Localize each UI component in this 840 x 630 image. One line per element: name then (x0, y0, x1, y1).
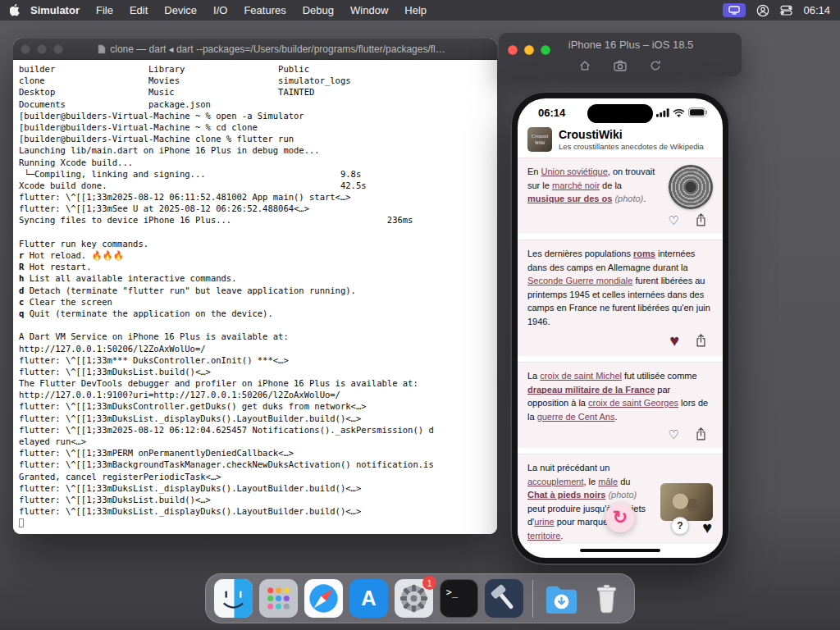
terminal-title: clone — dart ◂ dart --packages=/Users/bu… (62, 43, 481, 55)
terminal-cursor (19, 518, 24, 527)
terminal-line: R Hot restart. (19, 261, 497, 272)
anecdote-image-xray-record[interactable] (669, 165, 713, 209)
wiki-link[interactable]: urine (534, 517, 554, 527)
terminal-line: The Flutter DevTools debugger and profil… (19, 377, 497, 389)
terminal-line: flutter: \^[[1;33mDuksList._displayDuks(… (19, 413, 497, 424)
dock-xcode-icon[interactable] (485, 579, 523, 618)
user-account-icon[interactable] (756, 4, 769, 17)
menu-item-help[interactable]: Help (396, 4, 435, 16)
terminal-line: flutter: \^[[1;33m2025-08-12 06:11:52.48… (19, 191, 497, 203)
dock-launchpad-icon[interactable] (259, 579, 298, 618)
wiki-link[interactable]: Seconde Guerre mondiale (527, 276, 632, 285)
wiki-link[interactable]: marché noir (552, 180, 600, 190)
anecdote-text: La nuit précédant un accouplement, le mâ… (527, 461, 652, 542)
wiki-link[interactable]: mâle (598, 477, 618, 486)
dock-downloads-icon[interactable] (542, 579, 581, 618)
svg-text:A: A (361, 587, 376, 609)
simulator-titlebar[interactable]: iPhone 16 Plus – iOS 18.5 (499, 33, 742, 76)
terminal-line: [builder@builders-Virtual-Machine ~ % op… (19, 110, 497, 121)
terminal-line: Launching lib/main.dart on iPhone 16 Plu… (19, 144, 497, 156)
heart-outline-icon[interactable]: ♡ (669, 214, 679, 226)
heart-filled-icon[interactable]: ♥ (669, 332, 679, 349)
menu-item-simulator[interactable]: Simulator (22, 4, 88, 16)
refresh-button[interactable]: ↻ (605, 503, 635, 532)
menu-bar-clock[interactable]: 06:14 (803, 4, 830, 16)
zoom-button[interactable] (53, 44, 63, 54)
share-button[interactable] (696, 427, 706, 441)
terminal-line: builder Library Public (19, 63, 497, 75)
simulator-toolbar (499, 60, 742, 71)
menu-item-debug[interactable]: Debug (294, 4, 342, 16)
rotate-icon[interactable] (650, 60, 661, 71)
screenshot-icon[interactable] (614, 60, 627, 71)
menu-item-device[interactable]: Device (156, 4, 205, 16)
menu-bar-status-items: 06:14 (723, 3, 830, 17)
desktop: SimulatorFileEditDeviceI/OFeaturesDebugW… (0, 0, 840, 630)
text-segment: (photo) (608, 490, 637, 500)
cellular-signal-icon (656, 108, 669, 117)
window-controls (21, 44, 63, 54)
terminal-output[interactable]: builder Library Publicclone Movies simul… (13, 60, 497, 534)
share-button[interactable] (696, 213, 706, 226)
dock-divider (532, 580, 533, 618)
wiki-link[interactable]: drapeau militaire de la France (527, 385, 655, 395)
anecdote-card: La croix de saint Michel fut utilisée co… (518, 362, 723, 448)
terminal-line: h List all available interactive command… (19, 272, 497, 284)
wiki-link[interactable]: Chat à pieds noirs (527, 490, 605, 500)
terminal-line: Running Xcode build... (19, 157, 497, 168)
wiki-link[interactable]: accouplement (527, 477, 584, 486)
share-button[interactable] (696, 334, 706, 347)
wiki-link[interactable]: croix de saint Georges (588, 398, 678, 408)
close-button[interactable] (508, 45, 518, 55)
menu-item-features[interactable]: Features (235, 4, 294, 16)
dock-finder-icon[interactable] (214, 579, 253, 618)
terminal-line: flutter: \^[[1;33mDuksList._displayDuks(… (19, 482, 497, 494)
dock-settings-icon[interactable]: 1 (395, 579, 433, 618)
control-center-icon[interactable] (780, 4, 792, 16)
dock-safari-icon[interactable] (304, 579, 343, 618)
wiki-link[interactable]: Union soviétique (541, 167, 608, 176)
terminal-titlebar[interactable]: clone — dart ◂ dart --packages=/Users/bu… (13, 39, 497, 60)
close-button[interactable] (21, 44, 30, 54)
wiki-link[interactable]: guerre de Cent Ans (537, 412, 615, 422)
dock-app-store-icon[interactable]: A (349, 579, 388, 618)
terminal-line: clone Movies simulator_logs (19, 75, 497, 86)
home-icon[interactable] (579, 60, 591, 71)
wiki-link[interactable]: musique sur des os (527, 194, 612, 203)
minimize-button[interactable] (37, 44, 47, 54)
terminal-line: http://127.0.0.1:50206/l2ZoAxWolUo=/ (19, 343, 497, 354)
dock-terminal-icon[interactable]: >_ (440, 579, 478, 618)
favorites-heart-button[interactable]: ♥ (702, 519, 712, 536)
wiki-link[interactable]: roms (633, 249, 655, 258)
screen-recording-indicator[interactable] (723, 3, 746, 17)
document-icon (98, 44, 106, 54)
terminal-line: d Detach (terminate "flutter run" but le… (19, 285, 497, 296)
dock-trash-icon[interactable] (587, 579, 626, 618)
text-segment: du (618, 477, 630, 486)
menu-item-window[interactable]: Window (342, 4, 396, 16)
apple-menu-icon[interactable] (10, 4, 21, 16)
menu-item-file[interactable]: File (88, 4, 121, 16)
card-actions: ♥ (527, 328, 713, 354)
card-actions: ♡ (527, 209, 713, 232)
terminal-line: c Clear the screen (19, 296, 497, 308)
terminal-line: Flutter run key commands. (19, 238, 497, 249)
wiki-link[interactable]: territoire (527, 531, 560, 541)
menu-items: SimulatorFileEditDeviceI/OFeaturesDebugW… (22, 4, 435, 16)
terminal-line: flutter: \^[[1;33mDuksList._displayDuks(… (19, 505, 497, 517)
menu-item-edit[interactable]: Edit (121, 4, 156, 16)
anecdote-card: Les dernières populations roms internées… (518, 240, 723, 356)
help-button[interactable]: ? (671, 517, 689, 535)
anecdote-image-cat[interactable] (660, 483, 713, 521)
text-segment: . (560, 531, 563, 541)
share-icon (696, 213, 706, 226)
home-indicator[interactable] (580, 549, 660, 552)
text-segment: La nuit précédant un (527, 463, 609, 472)
wifi-icon (673, 108, 685, 117)
zoom-button[interactable] (541, 45, 550, 55)
minimize-button[interactable] (524, 45, 534, 55)
text-segment: Les dernières populations (527, 249, 633, 258)
wiki-link[interactable]: croix de saint Michel (540, 371, 622, 381)
menu-item-i-o[interactable]: I/O (205, 4, 235, 16)
heart-outline-icon[interactable]: ♡ (669, 428, 679, 441)
